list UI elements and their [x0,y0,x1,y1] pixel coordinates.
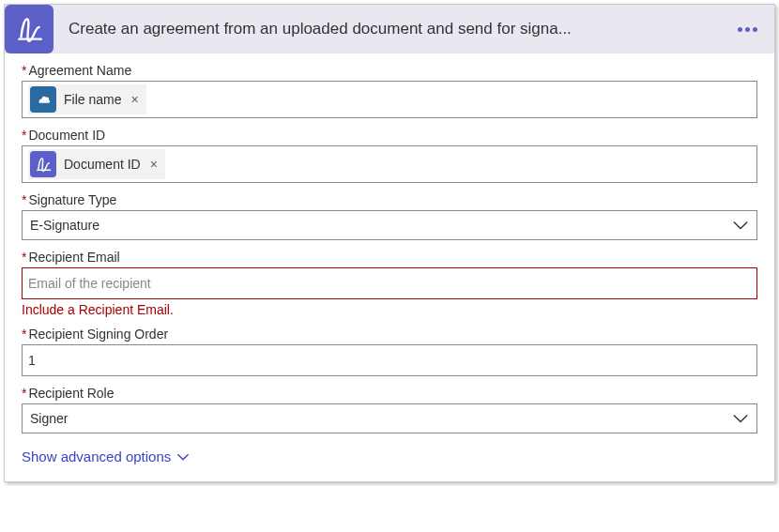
token-file-name[interactable]: File name × [28,84,146,114]
error-recipient-email: Include a Recipient Email. [22,302,757,317]
token-remove-button[interactable]: × [129,92,140,107]
action-card: Create an agreement from an uploaded doc… [4,4,775,482]
input-signing-order[interactable]: 1 [22,344,757,376]
adobe-sign-icon [5,5,53,53]
field-document-id: *Document ID Document ID × [22,128,757,183]
input-document-id[interactable]: Document ID × [22,145,757,183]
token-label: Document ID [64,157,141,172]
card-header: Create an agreement from an uploaded doc… [5,5,774,53]
chevron-down-icon [176,452,190,462]
token-remove-button[interactable]: × [148,157,160,172]
select-recipient-role[interactable]: Signer [22,403,757,433]
card-menu-button[interactable] [728,27,767,32]
field-signature-type: *Signature Type E-Signature [22,192,757,240]
label-recipient-email: *Recipient Email [22,250,757,265]
token-document-id[interactable]: Document ID × [28,149,165,179]
field-recipient-role: *Recipient Role Signer [22,386,757,433]
placeholder-text: Email of the recipient [28,276,151,291]
card-title: Create an agreement from an uploaded doc… [69,20,728,38]
token-label: File name [64,92,121,107]
show-advanced-options-link[interactable]: Show advanced options [22,448,190,464]
label-recipient-role: *Recipient Role [22,386,757,401]
sharepoint-icon [30,86,56,113]
select-value: Signer [30,411,68,426]
chevron-down-icon [732,220,749,231]
chevron-down-icon [732,413,749,424]
select-value: E-Signature [30,218,99,233]
label-signature-type: *Signature Type [22,192,757,207]
label-signing-order: *Recipient Signing Order [22,327,757,342]
select-signature-type[interactable]: E-Signature [22,210,757,240]
card-body: *Agreement Name File name × *Document ID [5,53,774,481]
input-recipient-email[interactable]: Email of the recipient [22,267,757,299]
field-recipient-email: *Recipient Email Email of the recipient … [22,250,757,317]
input-agreement-name[interactable]: File name × [22,81,757,118]
label-document-id: *Document ID [22,128,757,143]
adobe-sign-token-icon [30,151,56,177]
input-value: 1 [28,353,36,368]
field-agreement-name: *Agreement Name File name × [22,63,757,118]
label-agreement-name: *Agreement Name [22,63,757,78]
field-signing-order: *Recipient Signing Order 1 [22,327,757,376]
